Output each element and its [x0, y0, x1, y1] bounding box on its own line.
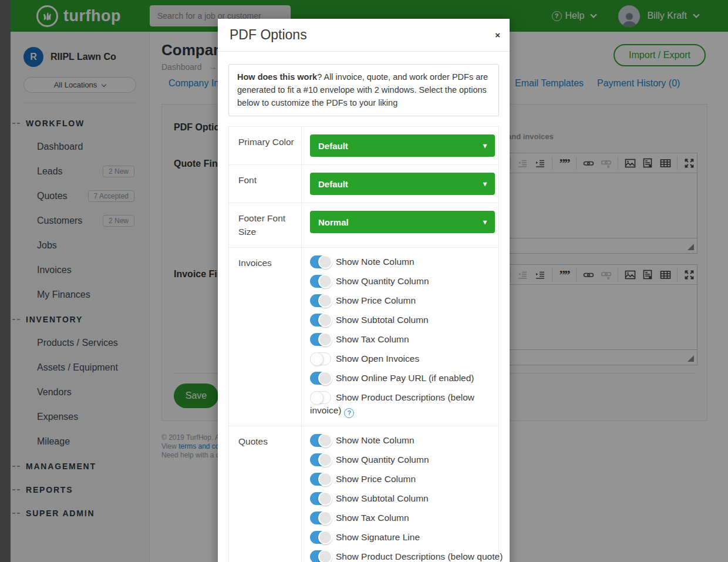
toggle-invoices-open-invoices[interactable] [310, 352, 331, 365]
primary-color-row: Primary Color Default ▾ [229, 127, 498, 165]
modal-intro: How does this work? All invoice, quote, … [228, 64, 499, 116]
toggle-invoices-note-column[interactable] [310, 255, 331, 268]
invoices-toggle-row: Invoices Show Note Column Show Quantity … [229, 248, 498, 426]
font-label: Font [229, 165, 302, 203]
pdf-options-table: Primary Color Default ▾ Font Default ▾ [228, 126, 499, 562]
modal-title: PDF Options [230, 27, 307, 43]
toggle-label: Show Note Column [336, 435, 414, 445]
toggle-label: Show Subtotal Column [336, 315, 429, 325]
toggle-quotes-product-descriptions[interactable] [310, 550, 331, 562]
caret-down-icon: ▾ [483, 218, 487, 226]
toggle-label: Show Price Column [336, 295, 416, 305]
primary-color-label: Primary Color [229, 127, 302, 164]
toggle-quotes-signature-line[interactable] [310, 531, 331, 544]
help-icon[interactable]: ? [344, 408, 354, 418]
toggle-label: Show Tax Column [336, 334, 409, 344]
toggle-label: Show Quantity Column [336, 276, 429, 286]
caret-down-icon: ▾ [483, 180, 487, 188]
toggle-label: Show Product Descriptions (below quote) [336, 551, 503, 561]
toggle-label: Show Price Column [336, 474, 416, 484]
toggle-quotes-tax-column[interactable] [310, 511, 331, 524]
quotes-toggle-row: Quotes Show Note Column Show Quantity Co… [229, 426, 498, 562]
toggle-label: Show Tax Column [336, 513, 409, 523]
intro-bold: How does this work [237, 72, 317, 82]
toggle-quotes-note-column[interactable] [310, 434, 331, 447]
modal-header: PDF Options × [218, 19, 510, 52]
toggle-invoices-quantity-column[interactable] [310, 275, 331, 288]
font-row: Font Default ▾ [229, 165, 498, 203]
app-page: turfhop ? Help Billy Kraft R RIIPL L [0, 0, 728, 562]
toggle-label: Show Open Invoices [336, 354, 419, 364]
footer-font-size-row: Footer Font Size Normal ▾ [229, 203, 498, 248]
caret-down-icon: ▾ [483, 142, 487, 150]
footer-font-size-select[interactable]: Normal ▾ [310, 211, 495, 233]
toggle-label: Show Product Descriptions (below invoice… [310, 392, 474, 415]
font-select[interactable]: Default ▾ [310, 173, 495, 195]
toggle-invoices-subtotal-column[interactable] [310, 314, 331, 327]
toggle-quotes-price-column[interactable] [310, 473, 331, 486]
toggle-label: Show Subtotal Column [336, 493, 429, 503]
primary-color-select[interactable]: Default ▾ [310, 134, 495, 157]
toggle-invoices-tax-column[interactable] [310, 333, 331, 346]
pdf-options-modal: PDF Options × How does this work? All in… [218, 19, 510, 562]
toggle-invoices-product-descriptions[interactable] [310, 391, 331, 404]
toggle-quotes-quantity-column[interactable] [310, 453, 331, 466]
toggle-invoices-online-pay-url[interactable] [310, 372, 331, 385]
invoices-group-label: Invoices [229, 248, 302, 426]
toggle-label: Show Note Column [336, 257, 414, 267]
toggle-label: Show Online Pay URL (if enabled) [336, 373, 474, 383]
toggle-quotes-subtotal-column[interactable] [310, 492, 331, 505]
toggle-label: Show Quantity Column [336, 455, 429, 465]
toggle-label: Show Signature Line [336, 532, 420, 542]
footer-font-size-label: Footer Font Size [229, 203, 302, 247]
toggle-invoices-price-column[interactable] [310, 294, 331, 307]
quotes-group-label: Quotes [229, 426, 302, 562]
close-icon[interactable]: × [495, 31, 500, 39]
